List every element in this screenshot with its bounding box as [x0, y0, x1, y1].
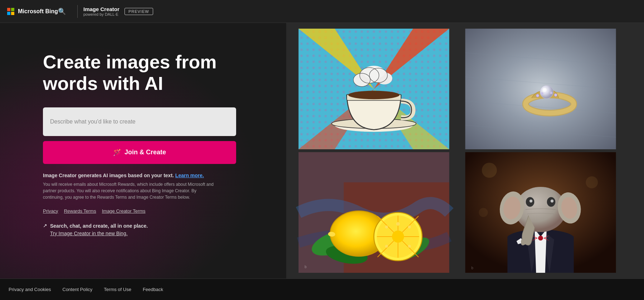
svg-point-30 — [541, 92, 543, 95]
image-grid: b — [286, 23, 644, 279]
footer: Privacy and Cookies Content Policy Terms… — [0, 279, 644, 300]
privacy-link[interactable]: Privacy — [43, 208, 58, 214]
image-creator-title-block: Image Creator powered by DALL·E — [83, 6, 119, 16]
feedback-link[interactable]: Feedback — [143, 287, 163, 292]
svg-point-55 — [482, 163, 497, 178]
promo-text: Search, chat, and create, all in one pla… — [50, 222, 148, 237]
image-tile-coffee — [292, 29, 456, 149]
bing-logo-text: Microsoft Bing — [18, 8, 58, 15]
search-input[interactable] — [43, 107, 236, 136]
terms-links: Privacy Rewards Terms Image Creator Term… — [43, 208, 265, 214]
svg-point-28 — [536, 94, 539, 97]
arrow-icon: ↗ — [43, 223, 47, 228]
image-creator-terms-link[interactable]: Image Creator Terms — [102, 208, 146, 214]
hero-title: Create images from words with AI — [43, 52, 243, 95]
svg-point-49 — [408, 226, 411, 228]
content-policy-link[interactable]: Content Policy — [63, 287, 93, 292]
svg-point-27 — [542, 88, 547, 92]
learn-more-link[interactable]: Learn more. — [175, 173, 204, 178]
svg-point-29 — [554, 93, 557, 96]
svg-point-31 — [550, 92, 552, 94]
svg-point-48 — [396, 222, 400, 226]
new-bing-promo: ↗ Search, chat, and create, all in one p… — [43, 222, 215, 237]
info-text-block: Image Creator generates AI images based … — [43, 173, 215, 200]
svg-point-50 — [408, 245, 411, 248]
microsoft-logo-icon — [7, 8, 14, 15]
image-tile-elephant: b — [459, 152, 623, 273]
header-divider — [77, 5, 78, 18]
info-small-text: You will receive emails about Microsoft … — [43, 181, 215, 200]
terms-of-use-link[interactable]: Terms of Use — [104, 287, 131, 292]
join-create-button[interactable]: 🪄 Join & Create — [43, 141, 236, 164]
info-bold-line: Image Creator generates AI images based … — [43, 173, 215, 178]
image-creator-title: Image Creator — [83, 6, 119, 12]
image-tile-lemon: b — [292, 152, 456, 273]
preview-badge: PREVIEW — [125, 8, 153, 15]
svg-point-58 — [538, 236, 543, 240]
search-input-wrapper — [43, 107, 236, 136]
promo-bold-text: Search, chat, and create, all in one pla… — [50, 223, 148, 229]
svg-point-66 — [530, 199, 532, 202]
try-image-creator-link[interactable]: Try Image Creator in the new Bing. — [50, 231, 128, 236]
svg-text:b: b — [471, 266, 473, 270]
image-tile-ring — [459, 29, 623, 149]
rewards-terms-link[interactable]: Rewards Terms — [64, 208, 96, 214]
svg-text:b: b — [304, 265, 307, 269]
search-icon[interactable]: 🔍 — [58, 8, 66, 15]
svg-point-51 — [385, 245, 388, 248]
main-content: Create images from words with AI 🪄 Join … — [0, 23, 644, 279]
svg-point-67 — [551, 199, 553, 202]
image-creator-subtitle: powered by DALL·E — [83, 12, 119, 16]
wand-icon: 🪄 — [113, 149, 121, 156]
left-panel: Create images from words with AI 🪄 Join … — [0, 23, 286, 279]
join-create-label: Join & Create — [125, 149, 166, 156]
svg-point-52 — [385, 226, 388, 228]
logo-area: Microsoft Bing — [7, 8, 58, 15]
svg-point-56 — [586, 176, 598, 188]
svg-point-47 — [392, 231, 404, 243]
svg-point-10 — [348, 91, 399, 100]
header: Microsoft Bing 🔍 Image Creator powered b… — [0, 0, 644, 23]
privacy-cookies-link[interactable]: Privacy and Cookies — [9, 287, 51, 292]
svg-point-57 — [479, 208, 488, 217]
